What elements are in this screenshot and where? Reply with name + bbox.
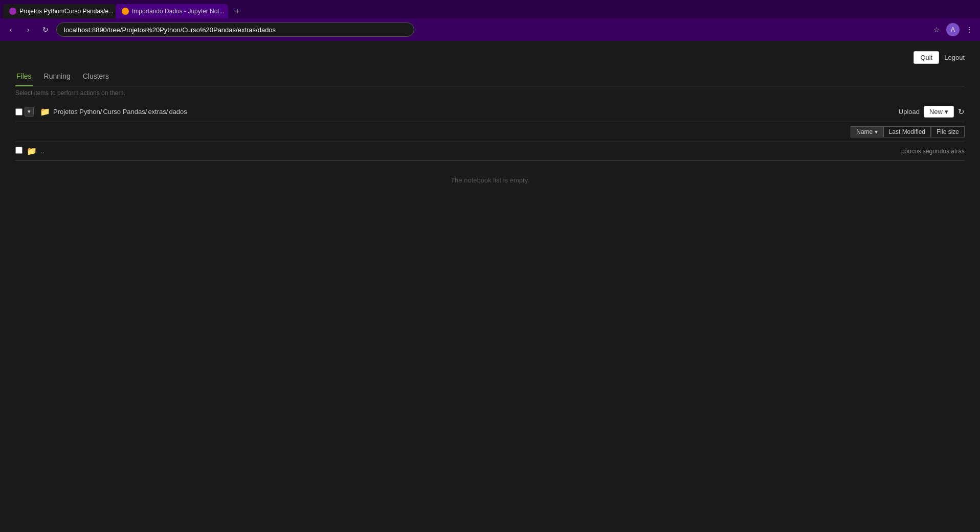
col-name-sort-icon: ▾ (875, 128, 878, 135)
breadcrumb-part-3[interactable]: extras/ (148, 108, 168, 115)
empty-message: The notebook list is empty. (15, 171, 965, 189)
toolbar-right: Upload New ▾ ↻ (899, 106, 965, 118)
tab-running[interactable]: Running (43, 69, 72, 86)
tab-1-favicon (9, 8, 16, 15)
tabs-nav: Files Running Clusters (15, 69, 965, 86)
file-item-left-parent: 📁 .. (15, 146, 44, 156)
toolbar: ▾ 📁 Projetos Python/ Curso Pandas/ extra… (15, 103, 965, 121)
main-content: Quit Logout Files Running Clusters Selec… (0, 41, 980, 532)
tab-clusters[interactable]: Clusters (82, 69, 110, 86)
back-button[interactable]: ‹ (4, 23, 17, 36)
section-divider (15, 160, 965, 161)
reload-button[interactable]: ↻ (39, 23, 52, 36)
select-all-checkbox[interactable] (15, 108, 23, 115)
toolbar-left: ▾ 📁 Projetos Python/ Curso Pandas/ extra… (15, 107, 187, 117)
breadcrumb: 📁 Projetos Python/ Curso Pandas/ extras/… (40, 107, 187, 117)
address-bar: ‹ › ↻ ☆ A ⋮ (0, 18, 980, 41)
select-dropdown[interactable]: ▾ (25, 107, 34, 117)
breadcrumb-folder-icon: 📁 (40, 107, 50, 117)
col-header-last-modified[interactable]: Last Modified (883, 126, 931, 137)
refresh-button[interactable]: ↻ (958, 107, 965, 117)
new-dropdown-arrow: ▾ (945, 108, 948, 115)
tab-files[interactable]: Files (15, 69, 33, 86)
quit-button[interactable]: Quit (914, 51, 939, 64)
file-list: 📁 .. poucos segundos atrás The notebook … (15, 142, 965, 189)
header-actions: Quit Logout (15, 51, 965, 64)
new-button[interactable]: New ▾ (924, 106, 954, 118)
file-item-parent: 📁 .. poucos segundos atrás (15, 142, 965, 160)
select-hint: Select items to perform actions on them. (15, 89, 965, 97)
browser-right-icons: ☆ A ⋮ (930, 23, 976, 36)
tab-1[interactable]: Projetos Python/Curso Pandas/e... ✕ (3, 4, 116, 18)
parent-folder-icon: 📁 (27, 146, 37, 156)
file-item-parent-select[interactable] (15, 147, 23, 154)
file-item-parent-checkbox (15, 147, 23, 155)
breadcrumb-part-4: dados (169, 108, 187, 115)
select-all-area: ▾ (15, 107, 34, 117)
forward-button[interactable]: › (21, 23, 35, 36)
col-name-label: Name (856, 128, 873, 135)
tab-2-label: Importando Dados - Jupyter Not... (132, 8, 225, 15)
bookmark-icon[interactable]: ☆ (930, 23, 943, 36)
address-input[interactable] (56, 22, 414, 37)
breadcrumb-part-2[interactable]: Curso Pandas/ (103, 108, 147, 115)
tab-2-close[interactable]: ✕ (228, 8, 228, 15)
menu-icon[interactable]: ⋮ (963, 23, 976, 36)
parent-folder-name[interactable]: .. (41, 147, 44, 155)
new-tab-button[interactable]: + (230, 4, 244, 18)
profile-avatar: A (946, 23, 960, 36)
file-list-header: Name ▾ Last Modified File size (15, 122, 965, 142)
header-columns: Name ▾ Last Modified File size (851, 126, 965, 137)
tab-bar: Projetos Python/Curso Pandas/e... ✕ Impo… (0, 0, 980, 18)
tab-2[interactable]: Importando Dados - Jupyter Not... ✕ (116, 4, 228, 18)
parent-last-modified: poucos segundos atrás (901, 148, 965, 155)
browser-chrome: Projetos Python/Curso Pandas/e... ✕ Impo… (0, 0, 980, 41)
upload-button[interactable]: Upload (899, 108, 920, 115)
new-label: New (929, 108, 943, 115)
breadcrumb-part-1[interactable]: Projetos Python/ (53, 108, 102, 115)
tab-1-label: Projetos Python/Curso Pandas/e... (19, 8, 114, 15)
logout-button[interactable]: Logout (944, 54, 965, 61)
profile-icon[interactable]: A (946, 23, 960, 36)
col-header-name[interactable]: Name ▾ (851, 126, 883, 137)
col-header-file-size[interactable]: File size (931, 126, 965, 137)
tab-2-favicon (122, 8, 129, 15)
